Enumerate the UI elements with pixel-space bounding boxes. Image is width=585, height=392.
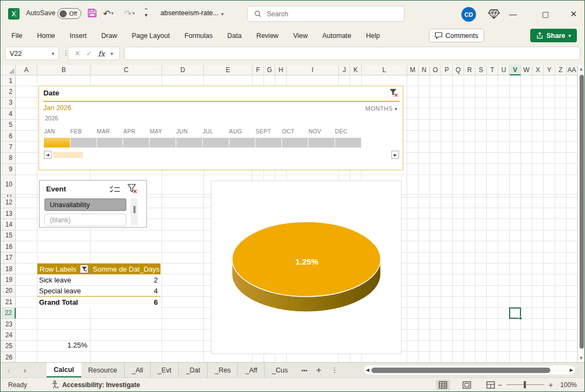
- column-header-t[interactable]: T: [487, 65, 498, 75]
- timeline-period-dropdown[interactable]: MONTHS ▾: [365, 105, 397, 112]
- tab-file[interactable]: File: [11, 32, 22, 40]
- select-all-corner[interactable]: [1, 65, 16, 75]
- sheet-tab-evt[interactable]: _Evt: [150, 363, 178, 377]
- save-icon[interactable]: [87, 8, 97, 20]
- column-header-o[interactable]: O: [430, 65, 441, 75]
- row-header-7[interactable]: 7: [1, 142, 16, 152]
- redo-button[interactable]: ↷▾: [124, 8, 134, 20]
- sheet-tab-resource[interactable]: Resource: [81, 363, 125, 377]
- timeline-month-bar-dec[interactable]: [335, 138, 361, 147]
- slicer-clear-filter-icon[interactable]: [127, 184, 138, 196]
- timeline-month-bars[interactable]: [44, 138, 361, 147]
- vertical-scroll-thumb[interactable]: [580, 75, 584, 349]
- row-header-20[interactable]: 20: [1, 286, 16, 297]
- row-header-5[interactable]: 5: [1, 120, 16, 131]
- tab-insert[interactable]: Insert: [70, 32, 87, 40]
- row-header-23[interactable]: 23: [1, 319, 16, 330]
- normal-view-icon[interactable]: [436, 380, 450, 390]
- column-header-m[interactable]: M: [407, 65, 419, 75]
- cell-b25-value[interactable]: 1.25%: [37, 341, 87, 352]
- tab-view[interactable]: View: [293, 32, 308, 40]
- customize-toolbar-icon[interactable]: ▾: [145, 9, 147, 21]
- fill-handle[interactable]: [519, 317, 522, 320]
- row-header-14[interactable]: 14: [1, 219, 16, 230]
- more-sheets-icon[interactable]: •••: [301, 363, 308, 377]
- tab-data[interactable]: Data: [227, 32, 241, 40]
- pie-chart[interactable]: 1.25%: [211, 181, 402, 354]
- comments-button[interactable]: Comments: [429, 29, 484, 42]
- column-header-g[interactable]: G: [264, 65, 275, 75]
- formula-input[interactable]: [124, 47, 580, 60]
- zoom-slider[interactable]: [506, 384, 544, 385]
- column-header-q[interactable]: Q: [453, 65, 464, 75]
- pivot-filter-button[interactable]: [80, 265, 88, 273]
- account-avatar[interactable]: CD: [461, 7, 476, 22]
- tab-formulas[interactable]: Formulas: [184, 32, 213, 40]
- timeline-clear-filter-icon[interactable]: [389, 88, 398, 100]
- scroll-right-icon[interactable]: ▶: [568, 368, 575, 372]
- pivot-grand-total-row[interactable]: Grand Total 6: [37, 297, 160, 307]
- scroll-left-icon[interactable]: ◀: [364, 368, 371, 372]
- column-header-j[interactable]: J: [339, 65, 350, 75]
- pivot-row[interactable]: Special leave 4: [37, 286, 160, 297]
- search-box[interactable]: Search: [247, 6, 404, 22]
- column-header-aa[interactable]: AA: [567, 65, 577, 75]
- row-header-13[interactable]: 13: [1, 208, 16, 219]
- timeline-month-bar-mar[interactable]: [97, 138, 123, 147]
- timeline-month-bar-jun[interactable]: [176, 138, 202, 147]
- vertical-scrollbar[interactable]: ▲ ▼: [577, 65, 584, 362]
- row-header-22[interactable]: 22: [1, 308, 16, 319]
- timeline-month-bar-aug[interactable]: [229, 138, 255, 147]
- pivot-table[interactable]: Row Labels Somme de Dat_Days Sick leave …: [37, 264, 160, 308]
- column-header-w[interactable]: W: [521, 65, 532, 75]
- sheet-options-icon[interactable]: ⋮: [331, 363, 338, 377]
- row-header-9[interactable]: 9: [1, 164, 16, 175]
- column-header-f[interactable]: F: [253, 65, 264, 75]
- row-header-10[interactable]: 10: [1, 175, 16, 195]
- column-header-r[interactable]: R: [464, 65, 475, 75]
- row-header-3[interactable]: 3: [1, 98, 16, 108]
- slicer-event[interactable]: Event Unavailability(blank): [39, 180, 147, 228]
- row-header-21[interactable]: 21: [1, 297, 16, 307]
- horizontal-scrollbar[interactable]: ◀ ▶: [364, 365, 575, 375]
- timeline-month-bar-apr[interactable]: [123, 138, 149, 147]
- slicer-item-unavailability[interactable]: Unavailability: [44, 198, 126, 211]
- column-header-h[interactable]: H: [275, 65, 287, 75]
- sheet-tab-res[interactable]: _Res: [207, 363, 237, 377]
- spreadsheet-grid[interactable]: ABCDEFGHIJKLMNOPQRSTUVWXYZAA123456789101…: [1, 65, 584, 362]
- tab-automate[interactable]: Automate: [323, 32, 352, 40]
- premium-diamond-icon[interactable]: [488, 9, 500, 22]
- row-header-19[interactable]: 19: [1, 274, 16, 285]
- row-header-2[interactable]: 2: [1, 86, 16, 97]
- row-header-24[interactable]: 24: [1, 330, 16, 340]
- minimize-button[interactable]: —: [505, 8, 521, 20]
- row-header-26[interactable]: 26: [1, 352, 16, 362]
- column-header-a[interactable]: A: [16, 65, 37, 75]
- column-header-x[interactable]: X: [532, 65, 544, 75]
- pivot-header-values[interactable]: Somme de Dat_Days: [91, 265, 160, 273]
- column-header-l[interactable]: L: [362, 65, 407, 75]
- name-box[interactable]: V22 ▾: [5, 47, 59, 60]
- sheet-tab-dat[interactable]: _Dat: [178, 363, 207, 377]
- sheet-tab-all[interactable]: _All: [124, 363, 150, 377]
- slicer-item-blank[interactable]: (blank): [44, 214, 126, 226]
- scroll-down-icon[interactable]: ▼: [579, 356, 583, 361]
- sheet-nav-left-icon[interactable]: ‹: [1, 363, 17, 377]
- row-header-18[interactable]: 18: [1, 264, 16, 274]
- timeline-month-bar-feb[interactable]: [70, 138, 97, 147]
- column-header-y[interactable]: Y: [544, 65, 555, 75]
- column-header-s[interactable]: S: [475, 65, 487, 75]
- column-header-e[interactable]: E: [204, 65, 253, 75]
- autosave-toggle[interactable]: Off: [57, 8, 81, 19]
- timeline-scroll-thumb[interactable]: [53, 152, 83, 158]
- horizontal-scroll-thumb[interactable]: [371, 368, 550, 373]
- sheet-tab-cus[interactable]: _Cus: [264, 363, 294, 377]
- accessibility-status[interactable]: Accessibility: Investigate: [52, 381, 140, 389]
- timeline-scroll-right-icon[interactable]: ▶: [391, 151, 399, 159]
- multi-select-icon[interactable]: [110, 185, 120, 196]
- column-header-d[interactable]: D: [162, 65, 204, 75]
- tab-help[interactable]: Help: [366, 32, 380, 40]
- share-button[interactable]: Share ▾: [530, 29, 577, 42]
- timeline-month-bar-may[interactable]: [150, 138, 176, 147]
- zoom-in-button[interactable]: +: [549, 381, 553, 389]
